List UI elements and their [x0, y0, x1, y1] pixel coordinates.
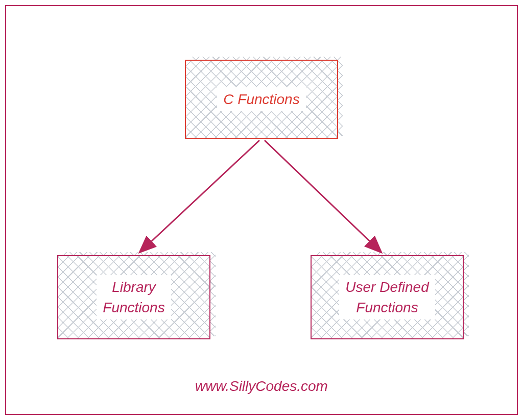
- footer-attribution: www.SillyCodes.com: [0, 378, 523, 394]
- left-child-label: Library Functions: [97, 275, 171, 319]
- right-child-node: User Defined Functions: [311, 255, 464, 339]
- right-child-label: User Defined Functions: [339, 275, 435, 319]
- root-node: C Functions: [185, 60, 338, 139]
- root-node-label: C Functions: [217, 87, 305, 111]
- left-child-node: Library Functions: [57, 255, 210, 339]
